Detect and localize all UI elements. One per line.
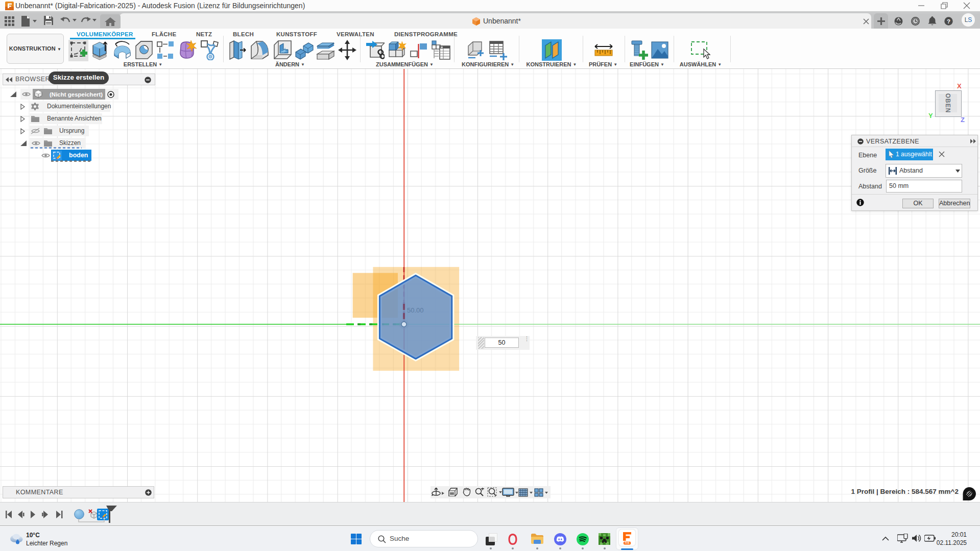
svg-text:50.00: 50.00 <box>407 306 424 314</box>
svg-text:FUS: FUS <box>625 542 629 544</box>
svg-text:?: ? <box>947 18 950 25</box>
